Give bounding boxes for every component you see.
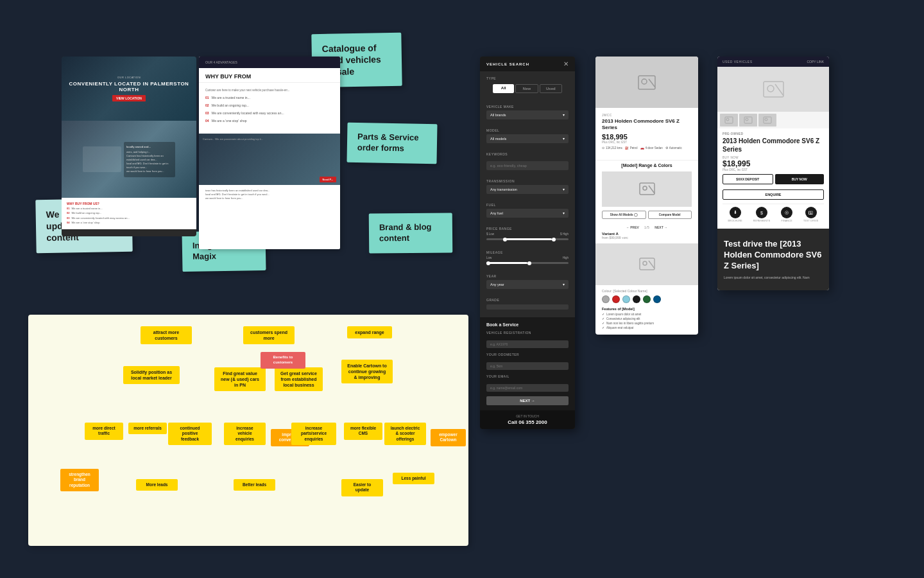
mockup-hero-heading: CONVENIENTLY LOCATED IN PALMERSTON NORTH: [62, 81, 196, 92]
vd-model-range-section: [Model] Range & Colors Show All Models ◯…: [595, 163, 698, 223]
color-swatch-cyan[interactable]: [622, 295, 630, 303]
vs-rego-label: VEHICLE REGISTRATION: [486, 331, 569, 335]
checkmark-icon-4: ✓: [602, 326, 604, 329]
vs-tab-all[interactable]: All: [493, 84, 514, 93]
compare-model-button[interactable]: Compare Model: [648, 211, 692, 219]
mockup-location-label: OUR LOCATION: [117, 76, 141, 79]
cl-finance-label: FINANCE: [781, 220, 792, 222]
vd-model-image: [602, 171, 692, 207]
vs-title: VEHICLE SEARCH: [486, 62, 529, 66]
vs-model-label: MODEL: [486, 128, 569, 132]
vs-footer-phone: Call 06 355 2000: [486, 419, 569, 425]
cl-thumb-1[interactable]: [720, 114, 738, 127]
svg-point-3: [643, 186, 647, 190]
vd-feature-2: ✓ Consectetur adipiscing elit: [602, 317, 692, 320]
vs-tab-new[interactable]: New: [515, 84, 538, 93]
cl-deposit-button[interactable]: $XXX DEPOSIT: [723, 174, 773, 184]
cl-brochure-label: BROCHURE: [728, 220, 742, 222]
sticky-note-brand-blog: Brand & blog content: [369, 213, 453, 253]
color-swatch-red[interactable]: [612, 295, 620, 303]
vs-keywords-input[interactable]: [486, 161, 569, 170]
show-all-models-button[interactable]: Show All Models ◯: [602, 211, 646, 219]
cl-finance-item[interactable]: ◎ FINANCE: [781, 207, 792, 222]
cl-copy-link-btn[interactable]: COPY LINK: [807, 60, 824, 64]
cl-enquire-button[interactable]: ENQUIRE: [723, 189, 824, 200]
vs-transmission-section: TRANSMISSION Any transmission ▾: [480, 174, 575, 198]
wb-node-direct-traffic: more direct traffic: [85, 423, 123, 440]
website-mockup: OUR LOCATION CONVENIENTLY LOCATED IN PAL…: [62, 57, 196, 236]
color-swatch-blue[interactable]: [653, 295, 661, 303]
cl-test-drive-icon: ⚿: [805, 207, 817, 218]
vs-fuel-select[interactable]: Any fuel ▾: [486, 209, 569, 218]
cl-buy-now-button[interactable]: BUY NOW: [775, 174, 825, 184]
cl-thumb-2[interactable]: [739, 114, 757, 127]
vs-make-section: VEHICLE MAKE All brands ▾: [480, 100, 575, 123]
cl-test-drive-title: Test drive the [2013 Holden Commodore SV…: [724, 239, 823, 272]
vd-color-label: Colour: [Selected Colour Name]: [602, 289, 692, 293]
transmission-icon: ⚙: [665, 146, 668, 150]
odometer-icon: ⊙: [602, 146, 604, 150]
cl-main-car-image: [717, 67, 829, 112]
vd-variant-section: Variant A from $99,999 +orc: [595, 232, 698, 243]
vs-email-input[interactable]: [486, 384, 569, 392]
checkmark-icon-2: ✓: [602, 317, 604, 320]
fuel-icon: ⛽: [625, 146, 629, 150]
vs-mileage-label: MILEAGE: [486, 250, 569, 254]
wb-node-empower-cartown: empower Cartown: [431, 429, 466, 446]
vs-model-section: MODEL All models ▾: [480, 123, 575, 147]
cl-repayments-item[interactable]: $ REPAYMENTS: [753, 207, 771, 222]
vs-mileage-range-labels: Low High: [486, 256, 569, 259]
wb-node-parts-service-enquiries: increase parts/service enquiries: [291, 423, 336, 445]
cl-price: $18,995: [723, 159, 824, 168]
vs-odometer-label: YOUR ODOMETER: [486, 353, 569, 356]
vs-price-label: PRICE RANGE: [486, 227, 569, 231]
cl-finance-icon: ◎: [781, 207, 792, 218]
vs-close-btn[interactable]: ✕: [563, 60, 569, 67]
vs-rego-input[interactable]: [486, 340, 569, 348]
vd-feature-3: ✓ Nam non leo in libero sagittis pretium: [602, 322, 692, 325]
color-swatch-gray[interactable]: [602, 295, 610, 303]
vd-main-image: [595, 57, 698, 108]
vs-next-button[interactable]: NEXT →: [486, 396, 569, 405]
vs-mileage-range-bar[interactable]: [486, 262, 569, 264]
vd-spec-body: 🚗 4-door Sedan: [640, 146, 663, 150]
cl-test-drive-item[interactable]: ⚿ TEST DRIVE: [803, 207, 819, 222]
wb-node-attract-customers: attract more customers: [141, 326, 192, 344]
cl-thumb-3[interactable]: [758, 114, 776, 127]
cl-repayments-icon: $: [756, 207, 767, 218]
svg-point-1: [642, 79, 647, 84]
cl-test-drive-desc: Lorem ipsum dolor sit amet, consectetur …: [724, 276, 823, 281]
vd-title: 2013 Holden Commodore SV6 Z Series: [602, 118, 692, 132]
mockup-view-location-btn[interactable]: VIEW LOCATION: [112, 95, 146, 101]
vs-keywords-section: KEYWORDS: [480, 147, 575, 174]
vd-prev-button[interactable]: ← PREV: [626, 225, 639, 229]
cl-brochure-icon: ⬇: [730, 207, 741, 218]
why-buy-body: Cartown are here to make your next vehic…: [199, 83, 340, 131]
svg-point-13: [765, 118, 767, 121]
vs-year-select[interactable]: Any year ▾: [486, 280, 569, 289]
vs-model-select[interactable]: All models ▾: [486, 134, 569, 143]
vd-spec-transmission: ⚙ Automatic: [665, 146, 682, 150]
cl-dark-section: Test drive the [2013 Holden Commodore SV…: [717, 229, 829, 290]
vs-footer-label: GET IN TOUCH: [486, 414, 569, 418]
color-swatch-green[interactable]: [643, 295, 651, 303]
vs-book-title: Book a Service: [486, 322, 569, 327]
wb-node-more-referrals: more referrals: [128, 423, 167, 434]
vd-navigation: ← PREV 1/5 NEXT →: [595, 223, 698, 232]
vs-grade-bar[interactable]: [486, 304, 569, 310]
cl-brochure-item[interactable]: ⬇ BROCHURE: [728, 207, 742, 222]
cl-car-title: 2013 Holden Commodore SV6 Z Series: [723, 137, 824, 153]
vs-price-range-bar[interactable]: [486, 238, 569, 240]
vd-colors-section: Colour: [Selected Colour Name]: [595, 285, 698, 307]
cl-price-sub: Plus ORC, Inc GST: [723, 168, 824, 171]
vd-next-button[interactable]: NEXT →: [654, 225, 667, 229]
vs-year-label: YEAR: [486, 274, 569, 278]
color-swatch-black[interactable]: [633, 295, 640, 303]
vd-secondary-image: [595, 243, 698, 285]
wb-node-easier-update: Easier to update: [341, 479, 383, 496]
vs-make-select[interactable]: All brands ▾: [486, 110, 569, 119]
svg-point-7: [767, 85, 774, 92]
vs-tab-used[interactable]: Used: [540, 84, 562, 93]
vs-transmission-select[interactable]: Any transmission ▾: [486, 185, 569, 194]
vs-odometer-input[interactable]: [486, 362, 569, 370]
